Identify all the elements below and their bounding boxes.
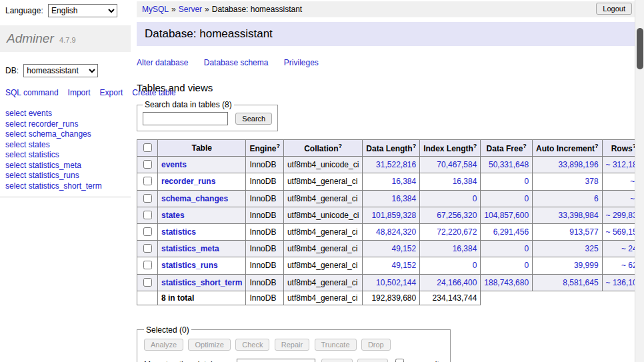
column-header-engine: Engine? bbox=[246, 140, 284, 157]
cell-index-length: 0 bbox=[420, 190, 481, 207]
row-checkbox[interactable] bbox=[143, 194, 152, 203]
sidebar-table-links: select events select recorder_runs selec… bbox=[5, 109, 131, 191]
search-legend: Search data in tables (8) bbox=[143, 100, 234, 109]
cell-index-length: 67,256,320 bbox=[420, 207, 481, 223]
cell-collation: utf8mb4_general_ci bbox=[283, 257, 362, 274]
privileges-link[interactable]: Privileges bbox=[284, 58, 319, 67]
alter-database-link[interactable]: Alter database bbox=[137, 58, 188, 67]
cell-engine: InnoDB bbox=[246, 274, 284, 291]
check-button[interactable]: Check bbox=[235, 339, 269, 351]
export-link[interactable]: Export bbox=[100, 88, 123, 97]
db-select[interactable]: homeassistant bbox=[23, 64, 98, 77]
table-row: states InnoDB utf8mb4_unicode_ci 101,859… bbox=[137, 207, 644, 223]
row-checkbox[interactable] bbox=[143, 261, 152, 269]
cell-table-name: events bbox=[158, 157, 246, 173]
cell-auto-increment: 325 bbox=[533, 241, 603, 257]
sidebar-item-select-statistics[interactable]: select statistics bbox=[5, 150, 131, 161]
data-length-help-link[interactable]: ? bbox=[413, 143, 417, 149]
cell-data-free: 104,857,600 bbox=[481, 207, 533, 223]
cell-auto-increment: 33,398,984 bbox=[533, 207, 603, 223]
select-all-header bbox=[137, 140, 158, 157]
cell-auto-increment: 33,898,196 bbox=[533, 157, 603, 173]
row-checkbox[interactable] bbox=[143, 211, 152, 219]
sidebar-item-select-events[interactable]: select events bbox=[5, 109, 131, 119]
cell-data-length: 31,522,816 bbox=[363, 157, 420, 173]
truncate-button[interactable]: Truncate bbox=[315, 339, 357, 351]
row-checkbox[interactable] bbox=[143, 244, 152, 253]
auto-increment-help-link[interactable]: ? bbox=[595, 143, 599, 149]
breadcrumb-separator: » bbox=[171, 5, 176, 14]
sidebar-divider bbox=[0, 197, 131, 197]
table-row: schema_changes InnoDB utf8mb4_general_ci… bbox=[137, 190, 644, 207]
cell-data-length: 101,859,328 bbox=[363, 207, 420, 223]
copy-button[interactable]: Copy bbox=[357, 359, 388, 362]
select-all-checkbox[interactable] bbox=[143, 143, 152, 152]
page-title: Database: homeassistant bbox=[137, 22, 644, 46]
selected-legend: Selected (0) bbox=[144, 325, 191, 335]
search-fieldset: Search data in tables (8) Search bbox=[137, 100, 278, 131]
search-button[interactable]: Search bbox=[235, 113, 272, 125]
row-checkbox[interactable] bbox=[143, 177, 152, 185]
column-header-table: Table bbox=[158, 140, 246, 157]
collation-help-link[interactable]: ? bbox=[339, 143, 343, 149]
tables-and-views-heading: Tables and views bbox=[137, 82, 644, 93]
column-header-data-free: Data Free? bbox=[481, 140, 533, 157]
move-button[interactable]: Move bbox=[321, 359, 353, 362]
sidebar-item-select-schema-changes[interactable]: select schema_changes bbox=[5, 129, 131, 140]
cell-engine: InnoDB bbox=[246, 173, 284, 190]
cell-collation: utf8mb4_general_ci bbox=[283, 223, 362, 240]
language-row: Language: English bbox=[0, 0, 131, 21]
search-input[interactable] bbox=[143, 112, 228, 125]
sidebar-item-select-statistics-meta[interactable]: select statistics_meta bbox=[5, 161, 131, 171]
bulk-actions: Analyze Optimize Check Repair Truncate D… bbox=[144, 339, 443, 351]
cell-data-free: 0 bbox=[481, 241, 533, 257]
cell-index-length: 0 bbox=[420, 257, 481, 274]
repair-button[interactable]: Repair bbox=[275, 339, 309, 351]
breadcrumb-separator: » bbox=[205, 5, 209, 14]
data-free-help-link[interactable]: ? bbox=[523, 143, 527, 149]
cell-index-length: 16,384 bbox=[420, 241, 481, 257]
vertical-scrollbar[interactable] bbox=[635, 0, 644, 362]
row-checkbox[interactable] bbox=[143, 278, 152, 287]
selected-fieldset: Selected (0) Analyze Optimize Check Repa… bbox=[137, 325, 451, 362]
cell-data-length: 16,384 bbox=[363, 173, 420, 190]
table-row: recorder_runs InnoDB utf8mb4_general_ci … bbox=[137, 173, 644, 190]
language-select[interactable]: English bbox=[48, 4, 117, 17]
sidebar-item-select-statistics-short-term[interactable]: select statistics_short_term bbox=[5, 181, 131, 192]
optimize-button[interactable]: Optimize bbox=[188, 339, 230, 351]
sidebar-item-select-recorder-runs[interactable]: select recorder_runs bbox=[5, 119, 131, 130]
database-schema-link[interactable]: Database schema bbox=[204, 58, 269, 67]
move-db-select[interactable]: homeassistant bbox=[237, 359, 315, 362]
breadcrumb-current: Database: homeassistant bbox=[212, 5, 302, 14]
cell-data-length: 49,152 bbox=[363, 241, 420, 257]
breadcrumb-server-link[interactable]: Server bbox=[179, 5, 202, 14]
sql-command-link[interactable]: SQL command bbox=[5, 88, 59, 97]
overwrite-checkbox[interactable] bbox=[395, 359, 404, 362]
cell-collation: utf8mb4_general_ci bbox=[283, 274, 362, 291]
analyze-button[interactable]: Analyze bbox=[144, 339, 183, 351]
cell-engine: InnoDB bbox=[246, 207, 284, 223]
cell-table-name: statistics_runs bbox=[158, 257, 246, 274]
index-length-help-link[interactable]: ? bbox=[473, 143, 477, 149]
sidebar-item-select-statistics-runs[interactable]: select statistics_runs bbox=[5, 171, 131, 181]
cell-engine: InnoDB bbox=[246, 257, 284, 274]
cell-table-name: schema_changes bbox=[158, 190, 246, 207]
column-header-auto-increment: Auto Increment? bbox=[533, 140, 603, 157]
cell-data-length: 49,152 bbox=[363, 257, 420, 274]
scrollbar-thumb[interactable] bbox=[637, 28, 643, 69]
cell-table-name: states bbox=[158, 207, 246, 223]
cell-data-length: 48,824,320 bbox=[363, 223, 420, 240]
engine-help-link[interactable]: ? bbox=[276, 143, 280, 149]
table-header-row: Table Engine? Collation? Data Length? In… bbox=[137, 140, 644, 157]
breadcrumb-mysql-link[interactable]: MySQL bbox=[142, 5, 169, 14]
row-checkbox[interactable] bbox=[143, 227, 152, 236]
column-header-data-length: Data Length? bbox=[363, 140, 420, 157]
cell-data-free: 0 bbox=[481, 190, 533, 207]
sidebar-item-select-states[interactable]: select states bbox=[5, 140, 131, 151]
drop-button[interactable]: Drop bbox=[361, 339, 391, 351]
row-checkbox[interactable] bbox=[143, 160, 152, 169]
logout-button[interactable]: Logout bbox=[596, 3, 632, 15]
import-link[interactable]: Import bbox=[68, 88, 91, 97]
sidebar-actions: SQL commandImportExportCreate table bbox=[5, 87, 119, 99]
cell-data-free: 0 bbox=[481, 173, 533, 190]
